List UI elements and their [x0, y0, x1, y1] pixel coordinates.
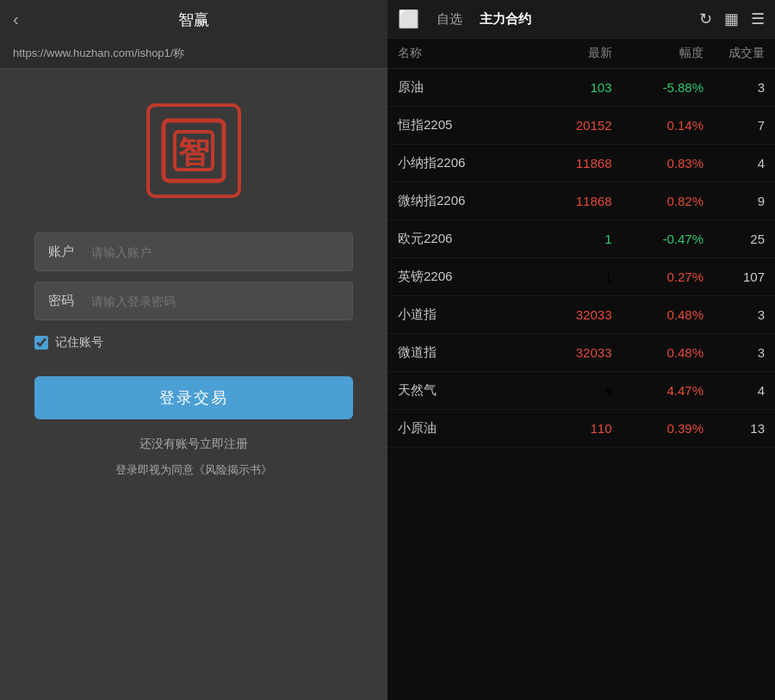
menu-icon[interactable]: ☰ [751, 9, 765, 28]
cell-price: 103 [520, 80, 612, 95]
table-row[interactable]: 小原油 110 0.39% 13 [388, 410, 775, 448]
cell-name: 小纳指2206 [398, 155, 520, 171]
cell-name: 恒指2205 [398, 117, 520, 133]
cell-volume: 107 [704, 269, 765, 284]
url-bar: https://www.huzhan.com/ishop1/称 [0, 39, 388, 69]
cell-change: 0.48% [612, 345, 704, 360]
market-table: 原油 103 -5.88% 3 恒指2205 20152 0.14% 7 小纳指… [388, 69, 775, 700]
cell-name: 小道指 [398, 307, 520, 323]
register-link[interactable]: 还没有账号立即注册 [34, 437, 353, 452]
password-input[interactable] [91, 294, 339, 308]
cell-name: 微纳指2206 [398, 193, 520, 209]
table-row[interactable]: 恒指2205 20152 0.14% 7 [388, 107, 775, 145]
cell-name: 英镑2206 [398, 269, 520, 285]
password-label: 密码 [48, 293, 83, 309]
cell-price: 11868 [520, 194, 612, 208]
cell-name: 天然气 [398, 382, 520, 399]
cell-volume: 13 [704, 421, 765, 436]
cell-volume: 3 [704, 307, 765, 322]
grid-icon[interactable]: ▦ [724, 9, 739, 28]
cell-change: 0.48% [612, 307, 704, 322]
account-input[interactable] [91, 245, 339, 259]
table-row[interactable]: 微纳指2206 11868 0.82% 9 [388, 183, 775, 220]
right-panel: ⬜ 自选 主力合约 ↻ ▦ ☰ 名称 最新 幅度 成交量 原油 103 -5.8… [388, 0, 775, 700]
cell-volume: 3 [704, 345, 765, 360]
remember-checkbox[interactable] [34, 336, 48, 350]
svg-text:智: 智 [177, 134, 209, 170]
remember-row: 记住账号 [34, 335, 353, 350]
remember-label: 记住账号 [55, 335, 103, 350]
logo-area: 智 [146, 103, 241, 198]
table-row[interactable]: 原油 103 -5.88% 3 [388, 69, 775, 107]
cell-volume: 9 [704, 194, 765, 208]
cell-volume: 3 [704, 80, 765, 95]
table-header: 名称 最新 幅度 成交量 [388, 39, 775, 69]
cell-change: 0.39% [612, 421, 704, 436]
cell-volume: 4 [704, 156, 765, 170]
cell-name: 小原油 [398, 420, 520, 437]
col-header-price: 最新 [520, 46, 612, 61]
col-header-name: 名称 [398, 46, 520, 61]
tab-zixuan[interactable]: 自选 [428, 11, 471, 28]
col-header-volume: 成交量 [704, 46, 765, 61]
password-input-group: 密码 [34, 282, 353, 320]
table-row[interactable]: 微道指 32033 0.48% 3 [388, 334, 775, 372]
header-actions: ↻ ▦ ☰ [699, 9, 765, 28]
back-button[interactable]: ‹ [13, 9, 19, 29]
cell-price: 9 [520, 383, 612, 398]
table-row[interactable]: 天然气 9 4.47% 4 [388, 372, 775, 410]
cell-change: 0.83% [612, 156, 704, 170]
right-header: ⬜ 自选 主力合约 ↻ ▦ ☰ [388, 0, 775, 39]
tab-main-contract[interactable]: 主力合约 [471, 11, 540, 28]
cell-volume: 25 [704, 232, 765, 246]
table-row[interactable]: 小道指 32033 0.48% 3 [388, 296, 775, 334]
cell-change: 4.47% [612, 383, 704, 398]
app-title: 智赢 [178, 9, 209, 30]
risk-link[interactable]: 登录即视为同意《风险揭示书》 [34, 462, 353, 478]
table-row[interactable]: 欧元2206 1 -0.47% 25 [388, 220, 775, 258]
table-row[interactable]: 英镑2206 1 0.27% 107 [388, 258, 775, 296]
account-input-group: 账户 [34, 232, 353, 271]
cell-name: 原油 [398, 79, 520, 96]
cell-change: 0.82% [612, 194, 704, 208]
cell-price: 32033 [520, 345, 612, 360]
app-logo: 智 [146, 103, 241, 198]
cell-change: -0.47% [612, 232, 704, 246]
cell-change: 0.14% [612, 118, 704, 133]
cell-price: 110 [520, 421, 612, 436]
cell-change: 0.27% [612, 269, 704, 284]
cell-name: 欧元2206 [398, 231, 520, 247]
cell-price: 1 [520, 232, 612, 246]
col-header-change: 幅度 [612, 46, 704, 61]
refresh-icon[interactable]: ↻ [699, 9, 712, 28]
cell-name: 微道指 [398, 344, 520, 361]
login-button[interactable]: 登录交易 [34, 376, 353, 419]
left-header: ‹ 智赢 [0, 0, 388, 39]
table-row[interactable]: 小纳指2206 11868 0.83% 4 [388, 145, 775, 183]
cell-price: 32033 [520, 307, 612, 322]
cell-change: -5.88% [612, 80, 704, 95]
cell-price: 1 [520, 269, 612, 284]
cell-price: 11868 [520, 156, 612, 170]
cell-volume: 7 [704, 118, 765, 133]
account-label: 账户 [48, 244, 83, 260]
cell-price: 20152 [520, 118, 612, 133]
login-form: 账户 密码 记住账号 登录交易 还没有账号立即注册 登录即视为同意《风险揭示书》 [34, 232, 353, 478]
cell-volume: 4 [704, 383, 765, 398]
left-panel: ‹ 智赢 https://www.huzhan.com/ishop1/称 智 账… [0, 0, 388, 700]
window-icon[interactable]: ⬜ [398, 9, 419, 29]
